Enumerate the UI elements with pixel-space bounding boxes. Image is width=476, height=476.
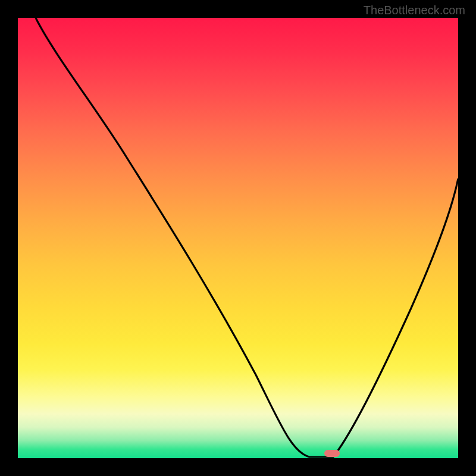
optimal-marker xyxy=(324,450,340,457)
bottleneck-curve xyxy=(18,18,458,458)
chart-plot-area xyxy=(18,18,458,458)
watermark-text: TheBottleneck.com xyxy=(364,4,465,17)
curve-path xyxy=(36,18,458,457)
